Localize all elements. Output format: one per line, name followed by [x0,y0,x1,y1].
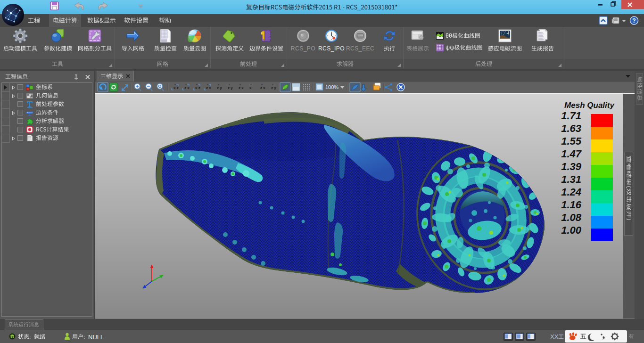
svg-text:v: v [196,83,198,86]
svg-text:v: v [239,83,241,86]
svg-text:?: ? [632,17,636,24]
svg-text:100%: 100% [325,84,339,90]
svg-text:z y: z y [271,86,276,90]
svg-text:x z: x z [173,86,179,90]
svg-text:z y: z y [217,86,222,90]
svg-text:x: x [185,83,187,86]
svg-text:x: x [249,86,252,90]
svg-text:z y: z y [228,86,233,90]
svg-text:x: x [272,83,273,86]
svg-text:v: v [174,83,176,86]
svg-text:z x: z x [260,86,265,90]
svg-text:v: v [261,83,263,86]
svg-text:x: x [229,83,230,86]
svg-text:x: x [207,83,208,86]
svg-text:v: v [218,83,219,86]
svg-text:z x: z x [184,86,190,90]
svg-text:x z: x z [195,86,200,90]
svg-text:z x: z x [206,86,211,90]
svg-text:x: x [250,83,252,86]
svg-text:z x: z x [239,86,244,90]
